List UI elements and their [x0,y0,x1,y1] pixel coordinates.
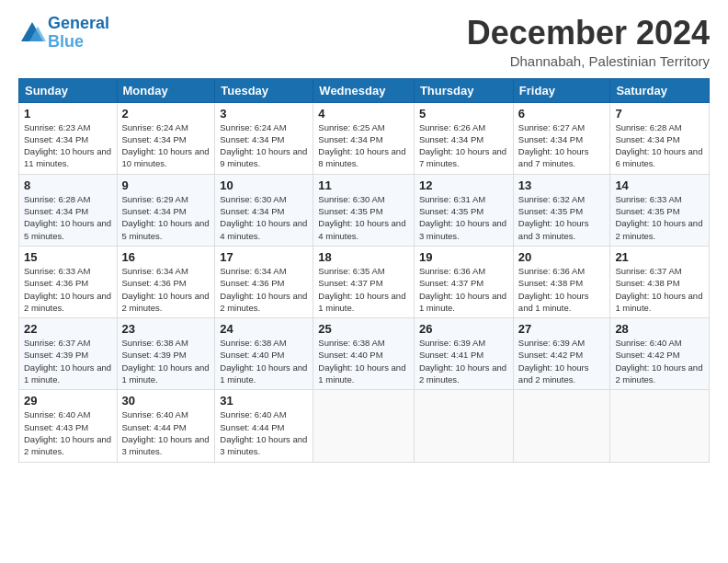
day-info: Sunrise: 6:38 AMSunset: 4:40 PMDaylight:… [318,337,409,385]
table-row [610,390,710,462]
day-number: 22 [24,322,112,336]
day-info: Sunrise: 6:25 AMSunset: 4:34 PMDaylight:… [318,121,409,170]
day-number: 29 [24,394,112,408]
day-info: Sunrise: 6:40 AMSunset: 4:42 PMDaylight:… [615,337,704,385]
col-thursday: Thursday [414,78,513,102]
day-number: 9 [122,178,210,192]
day-info: Sunrise: 6:27 AMSunset: 4:34 PMDaylight:… [518,121,606,170]
day-number: 7 [615,107,704,121]
logo-icon [18,19,46,47]
day-info: Sunrise: 6:30 AMSunset: 4:35 PMDaylight:… [318,193,409,242]
day-info: Sunrise: 6:28 AMSunset: 4:34 PMDaylight:… [615,121,704,170]
day-number: 25 [318,322,409,336]
day-info: Sunrise: 6:34 AMSunset: 4:36 PMDaylight:… [220,265,308,314]
day-number: 13 [518,178,606,192]
day-info: Sunrise: 6:34 AMSunset: 4:36 PMDaylight:… [122,265,210,314]
page: GeneralBlue December 2024 Dhannabah, Pal… [0,0,728,563]
table-row: 9Sunrise: 6:29 AMSunset: 4:34 PMDaylight… [117,174,215,246]
table-row: 15Sunrise: 6:33 AMSunset: 4:36 PMDayligh… [19,246,118,317]
col-monday: Monday [117,78,215,102]
col-saturday: Saturday [610,78,710,102]
day-number: 4 [318,107,409,121]
day-info: Sunrise: 6:36 AMSunset: 4:37 PMDaylight:… [419,265,508,314]
table-row: 1Sunrise: 6:23 AMSunset: 4:34 PMDaylight… [19,102,118,174]
day-info: Sunrise: 6:31 AMSunset: 4:35 PMDaylight:… [419,193,508,242]
table-row: 17Sunrise: 6:34 AMSunset: 4:36 PMDayligh… [215,246,313,317]
table-row: 21Sunrise: 6:37 AMSunset: 4:38 PMDayligh… [610,246,710,317]
table-row: 16Sunrise: 6:34 AMSunset: 4:36 PMDayligh… [117,246,215,317]
table-row: 4Sunrise: 6:25 AMSunset: 4:34 PMDaylight… [313,102,415,174]
day-number: 16 [122,250,210,264]
table-row: 27Sunrise: 6:39 AMSunset: 4:42 PMDayligh… [513,318,610,390]
day-number: 27 [518,322,606,336]
table-row: 6Sunrise: 6:27 AMSunset: 4:34 PMDaylight… [513,102,610,174]
location: Dhannabah, Palestinian Territory [467,53,710,69]
table-row: 7Sunrise: 6:28 AMSunset: 4:34 PMDaylight… [610,102,710,174]
col-friday: Friday [513,78,610,102]
table-row: 29Sunrise: 6:40 AMSunset: 4:43 PMDayligh… [19,390,118,462]
day-info: Sunrise: 6:29 AMSunset: 4:34 PMDaylight:… [122,193,210,242]
table-row: 3Sunrise: 6:24 AMSunset: 4:34 PMDaylight… [215,102,313,174]
table-row [414,390,513,462]
day-info: Sunrise: 6:37 AMSunset: 4:39 PMDaylight:… [24,337,112,385]
day-info: Sunrise: 6:35 AMSunset: 4:37 PMDaylight:… [318,265,409,314]
table-row: 19Sunrise: 6:36 AMSunset: 4:37 PMDayligh… [414,246,513,317]
table-row: 8Sunrise: 6:28 AMSunset: 4:34 PMDaylight… [19,174,118,246]
table-row: 25Sunrise: 6:38 AMSunset: 4:40 PMDayligh… [313,318,415,390]
logo-text: GeneralBlue [48,15,109,52]
table-row: 13Sunrise: 6:32 AMSunset: 4:35 PMDayligh… [513,174,610,246]
table-row: 28Sunrise: 6:40 AMSunset: 4:42 PMDayligh… [610,318,710,390]
col-tuesday: Tuesday [215,78,313,102]
table-row: 22Sunrise: 6:37 AMSunset: 4:39 PMDayligh… [19,318,118,390]
table-row: 5Sunrise: 6:26 AMSunset: 4:34 PMDaylight… [414,102,513,174]
day-info: Sunrise: 6:38 AMSunset: 4:39 PMDaylight:… [122,337,210,385]
table-row: 20Sunrise: 6:36 AMSunset: 4:38 PMDayligh… [513,246,610,317]
title-block: December 2024 Dhannabah, Palestinian Ter… [467,15,710,69]
table-row: 24Sunrise: 6:38 AMSunset: 4:40 PMDayligh… [215,318,313,390]
logo: GeneralBlue [18,15,109,52]
col-sunday: Sunday [19,78,118,102]
day-number: 26 [419,322,508,336]
day-info: Sunrise: 6:38 AMSunset: 4:40 PMDaylight:… [220,337,308,385]
day-info: Sunrise: 6:39 AMSunset: 4:41 PMDaylight:… [419,337,508,385]
day-number: 31 [220,394,308,408]
table-row: 2Sunrise: 6:24 AMSunset: 4:34 PMDaylight… [117,102,215,174]
month-title: December 2024 [467,15,710,52]
table-row: 31Sunrise: 6:40 AMSunset: 4:44 PMDayligh… [215,390,313,462]
day-number: 12 [419,178,508,192]
day-info: Sunrise: 6:24 AMSunset: 4:34 PMDaylight:… [122,121,210,170]
day-info: Sunrise: 6:33 AMSunset: 4:36 PMDaylight:… [24,265,112,314]
day-info: Sunrise: 6:24 AMSunset: 4:34 PMDaylight:… [220,121,308,170]
col-wednesday: Wednesday [313,78,415,102]
calendar-table: Sunday Monday Tuesday Wednesday Thursday… [18,78,710,463]
day-number: 15 [24,250,112,264]
calendar-week-3: 15Sunrise: 6:33 AMSunset: 4:36 PMDayligh… [19,246,710,317]
table-row: 18Sunrise: 6:35 AMSunset: 4:37 PMDayligh… [313,246,415,317]
table-row: 10Sunrise: 6:30 AMSunset: 4:34 PMDayligh… [215,174,313,246]
day-info: Sunrise: 6:37 AMSunset: 4:38 PMDaylight:… [615,265,704,314]
calendar-header-row: Sunday Monday Tuesday Wednesday Thursday… [19,78,710,102]
table-row: 12Sunrise: 6:31 AMSunset: 4:35 PMDayligh… [414,174,513,246]
day-info: Sunrise: 6:23 AMSunset: 4:34 PMDaylight:… [24,121,112,170]
day-number: 23 [122,322,210,336]
day-info: Sunrise: 6:36 AMSunset: 4:38 PMDaylight:… [518,265,606,314]
day-number: 10 [220,178,308,192]
day-number: 2 [122,107,210,121]
day-number: 14 [615,178,704,192]
day-number: 18 [318,250,409,264]
day-number: 8 [24,178,112,192]
day-number: 19 [419,250,508,264]
table-row: 14Sunrise: 6:33 AMSunset: 4:35 PMDayligh… [610,174,710,246]
calendar-week-5: 29Sunrise: 6:40 AMSunset: 4:43 PMDayligh… [19,390,710,462]
day-number: 24 [220,322,308,336]
header: GeneralBlue December 2024 Dhannabah, Pal… [18,15,710,69]
table-row: 30Sunrise: 6:40 AMSunset: 4:44 PMDayligh… [117,390,215,462]
calendar-week-1: 1Sunrise: 6:23 AMSunset: 4:34 PMDaylight… [19,102,710,174]
day-number: 11 [318,178,409,192]
day-number: 21 [615,250,704,264]
day-info: Sunrise: 6:26 AMSunset: 4:34 PMDaylight:… [419,121,508,170]
day-info: Sunrise: 6:32 AMSunset: 4:35 PMDaylight:… [518,193,606,242]
day-info: Sunrise: 6:33 AMSunset: 4:35 PMDaylight:… [615,193,704,242]
calendar-week-2: 8Sunrise: 6:28 AMSunset: 4:34 PMDaylight… [19,174,710,246]
day-info: Sunrise: 6:30 AMSunset: 4:34 PMDaylight:… [220,193,308,242]
